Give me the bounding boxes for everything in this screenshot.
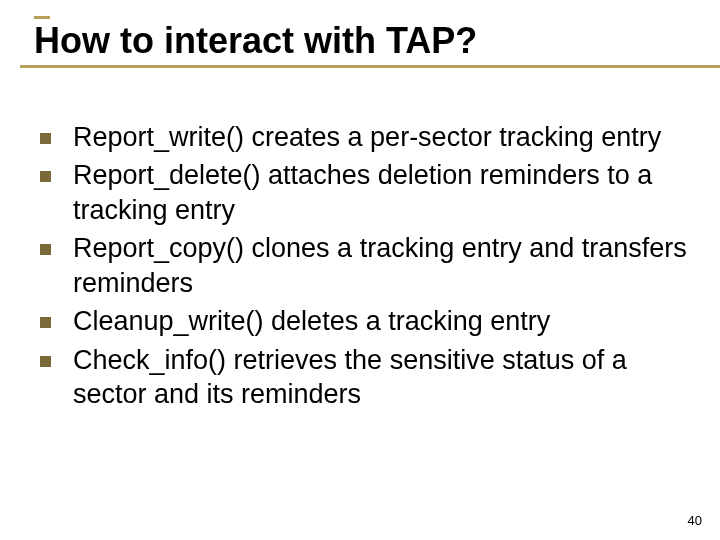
square-bullet-icon — [40, 356, 51, 367]
title-block: How to interact with TAP? — [20, 16, 690, 68]
square-bullet-icon — [40, 244, 51, 255]
bullet-text: Report_write() creates a per-sector trac… — [73, 120, 661, 155]
list-item: Report_write() creates a per-sector trac… — [36, 120, 690, 155]
square-bullet-icon — [40, 317, 51, 328]
bullet-text: Report_copy() clones a tracking entry an… — [73, 231, 690, 300]
bullet-text: Cleanup_write() deletes a tracking entry — [73, 304, 550, 339]
list-item: Check_info() retrieves the sensitive sta… — [36, 343, 690, 412]
list-item: Report_copy() clones a tracking entry an… — [36, 231, 690, 300]
list-item: Report_delete() attaches deletion remind… — [36, 158, 690, 227]
square-bullet-icon — [40, 133, 51, 144]
square-bullet-icon — [40, 171, 51, 182]
slide: How to interact with TAP? Report_write()… — [0, 0, 720, 540]
bullet-text: Check_info() retrieves the sensitive sta… — [73, 343, 690, 412]
title-rule-bottom — [20, 65, 720, 68]
title-rule-top — [34, 16, 50, 19]
page-number: 40 — [688, 513, 702, 528]
list-item: Cleanup_write() deletes a tracking entry — [36, 304, 690, 339]
bullet-text: Report_delete() attaches deletion remind… — [73, 158, 690, 227]
content-area: Report_write() creates a per-sector trac… — [36, 120, 690, 412]
slide-title: How to interact with TAP? — [34, 21, 690, 61]
